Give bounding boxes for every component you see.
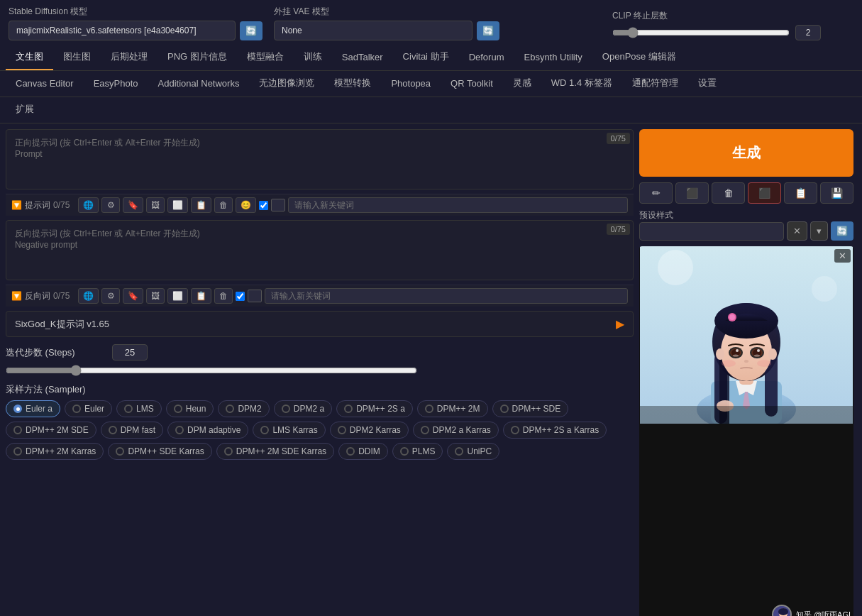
sampler-dpmpp-2m-sde[interactable]: DPM++ 2M SDE [6,422,96,439]
tab-train[interactable]: 训练 [294,45,332,70]
tab-merge[interactable]: 模型融合 [237,45,294,70]
avatar-thumb [772,605,792,616]
sampler-euler-a[interactable]: Euler a [6,400,60,417]
tab-openpose[interactable]: OpenPose 编辑器 [592,45,686,70]
sampler-lms-karras[interactable]: LMS Karras [253,422,325,439]
tab-postprocess[interactable]: 后期处理 [101,45,158,70]
sampler-dpm2-a-karras[interactable]: DPM2 a Karras [413,422,499,439]
tab-civitai[interactable]: Civitai 助手 [393,45,459,70]
tab-additional-networks[interactable]: Additional Networks [148,72,250,96]
stop-icon-btn[interactable]: ⬛ [748,182,781,204]
sampler-ddim[interactable]: DDIM [338,443,388,460]
negative-prompt-textarea[interactable] [6,221,633,277]
preset-refresh-btn[interactable]: 🔄 [831,221,853,241]
sd-model-select[interactable]: majicmixRealistic_v6.safetensors [e4a30e… [9,21,236,40]
positive-img-btn[interactable]: 🖼 [146,197,165,213]
negative-img-btn[interactable]: 🖼 [146,288,165,304]
positive-frame-btn[interactable]: ⬜ [167,197,188,213]
sampler-euler[interactable]: Euler [65,400,112,417]
sampler-heun[interactable]: Heun [166,400,214,417]
sampler-dpm2-karras[interactable]: DPM2 Karras [330,422,409,439]
edit-icon-btn[interactable]: ✏ [639,182,673,204]
positive-checkbox[interactable] [259,201,268,210]
tab-qr-toolkit[interactable]: QR Toolkit [441,72,503,96]
sampler-euler-label: Euler [84,404,104,414]
generate-btn[interactable]: 生成 [639,129,853,177]
tab-sadtalker[interactable]: SadTalker [332,46,393,70]
square-icon-btn[interactable]: ⬛ [675,182,709,204]
steps-label: 迭代步数 (Steps) [6,346,105,359]
sampler-dpm-fast[interactable]: DPM fast [101,422,163,439]
tab-inspiration[interactable]: 灵感 [503,71,541,97]
negative-checkbox[interactable] [236,292,245,301]
negative-trash-btn[interactable]: 🗑 [214,288,233,304]
tab-img2img[interactable]: 图生图 [53,45,101,70]
clip-slider[interactable] [612,27,790,38]
tab-easyphoto[interactable]: EasyPhoto [84,72,148,96]
preset-input[interactable] [639,222,784,241]
sampler-dpmpp-2m-karras-label: DPM++ 2M Karras [26,446,96,456]
preset-dropdown-btn[interactable]: ▾ [810,221,828,241]
sd-model-section: Stable Diffusion 模型 majicmixRealistic_v6… [9,6,263,40]
tab-wd-tagger[interactable]: WD 1.4 标签器 [541,71,622,97]
sampler-dpm2-label: DPM2 [238,404,261,414]
tab-txt2img[interactable]: 文生图 [6,45,53,70]
tab-ebsynth[interactable]: Ebsynth Utility [514,46,592,70]
sampler-label: 采样方法 (Sampler) [6,383,634,396]
sampler-dpmpp-2m-karras[interactable]: DPM++ 2M Karras [6,443,104,460]
copy-icon-btn[interactable]: 📋 [784,182,817,204]
sampler-dpmpp-2m-sde-karras[interactable]: DPM++ 2M SDE Karras [216,443,334,460]
tab-model-convert[interactable]: 模型转换 [324,71,381,97]
positive-globe-btn[interactable]: 🌐 [78,197,99,213]
save-icon-btn[interactable]: 💾 [820,182,853,204]
tab-image-browser[interactable]: 无边图像浏览 [249,71,324,97]
negative-bookmark-btn[interactable]: 🔖 [123,288,143,304]
preset-clear-btn[interactable]: ✕ [787,221,807,241]
sampler-dpm2-a[interactable]: DPM2 a [274,400,332,417]
positive-collapse-icon[interactable]: 🔽 [11,200,22,210]
vae-model-select[interactable]: None [274,21,473,40]
negative-collapse-icon[interactable]: 🔽 [11,291,22,301]
sampler-dpmpp-sde[interactable]: DPM++ SDE [492,400,569,417]
negative-settings-btn[interactable]: ⚙ [101,288,120,304]
sd-model-refresh-btn[interactable]: 🔄 [240,21,263,40]
tab-photopea[interactable]: Photopea [381,72,441,96]
negative-keyword-input[interactable] [265,288,628,304]
positive-prompt-textarea[interactable] [6,130,633,187]
positive-prompt-container: 0/75 [6,129,634,189]
clip-label: CLIP 终止层数 [612,10,853,22]
sampler-lms[interactable]: LMS [116,400,162,417]
positive-trash-btn[interactable]: 🗑 [214,197,233,213]
tab-png-info[interactable]: PNG 图片信息 [158,45,237,70]
negative-globe-btn[interactable]: 🌐 [78,288,99,304]
positive-bookmark-btn[interactable]: 🔖 [123,197,143,213]
trash-icon-btn[interactable]: 🗑 [712,182,745,204]
negative-frame-btn[interactable]: ⬜ [167,288,188,304]
tab-canvas-editor[interactable]: Canvas Editor [6,72,84,96]
sampler-dpm2[interactable]: DPM2 [218,400,269,417]
sampler-dpm-adaptive[interactable]: DPM adaptive [167,422,248,439]
positive-keyword-input[interactable] [288,197,628,213]
tab-deforum[interactable]: Deforum [459,46,514,70]
positive-copy-btn[interactable]: 📋 [191,197,211,213]
steps-slider[interactable] [6,365,417,376]
nav-tabs-row1: 文生图 图生图 后期处理 PNG 图片信息 模型融合 训练 SadTalker … [0,45,862,71]
tab-wildcard[interactable]: 通配符管理 [622,71,688,97]
negative-copy-btn[interactable]: 📋 [191,288,211,304]
sampler-dpmpp-2s-a[interactable]: DPM++ 2S a [336,400,413,417]
tab-settings[interactable]: 设置 [688,71,726,97]
positive-settings-btn[interactable]: ⚙ [101,197,120,213]
suggestion-bar[interactable]: SixGod_K提示词 v1.65 ▶ [6,311,634,337]
sampler-dpmpp-2m[interactable]: DPM++ 2M [417,400,488,417]
positive-face-btn[interactable]: 😊 [236,197,256,213]
sampler-dpm2-karras-label: DPM2 Karras [350,425,401,435]
sampler-unipc[interactable]: UniPC [447,443,499,460]
vae-model-refresh-btn[interactable]: 🔄 [477,21,499,40]
left-scroll: 0/75 🔽 提示词 0/75 🌐 ⚙ 🔖 🖼 ⬜ 📋 🗑 😊 [6,129,634,460]
sampler-dpm2-a-karras-radio [421,426,429,434]
sampler-dpmpp-sde-karras[interactable]: DPM++ SDE Karras [108,443,211,460]
image-close-btn[interactable]: ✕ [834,249,851,263]
tab-extensions[interactable]: 扩展 [6,97,44,123]
sampler-dpmpp-2s-a-karras[interactable]: DPM++ 2S a Karras [503,422,607,439]
sampler-plms[interactable]: PLMS [392,443,443,460]
